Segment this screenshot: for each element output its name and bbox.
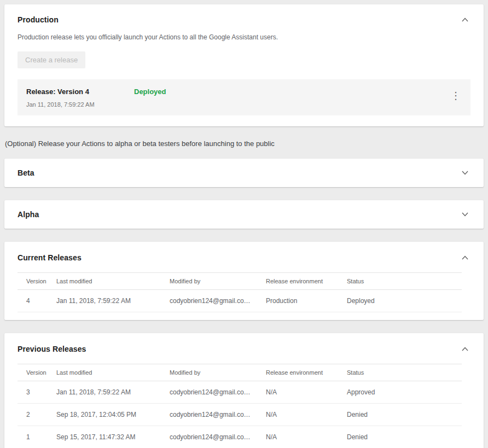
table-row: 3 Jan 11, 2018, 7:59:22 AM codyobrien124… — [18, 381, 462, 404]
beta-title: Beta — [18, 168, 34, 177]
cell-last-modified: Jan 11, 2018, 7:59:22 AM — [56, 381, 170, 404]
column-header-modified-by: Modified by — [170, 364, 266, 381]
column-header-modified-by: Modified by — [170, 273, 266, 290]
column-header-version: Version — [18, 273, 56, 290]
cell-version: 1 — [18, 426, 56, 448]
column-header-release-environment: Release environment — [266, 364, 347, 381]
cell-version: 2 — [18, 404, 56, 426]
column-header-last-modified: Last modified — [56, 364, 170, 381]
current-releases-header[interactable]: Current Releases — [4, 242, 484, 271]
table-row: 4 Jan 11, 2018, 7:59:22 AM codyobrien124… — [18, 290, 462, 312]
cell-release-environment: Production — [266, 290, 347, 312]
cell-version: 4 — [18, 290, 56, 312]
beta-card: Beta — [4, 159, 484, 187]
current-releases-collapse-button[interactable] — [460, 253, 470, 262]
production-description: Production release lets you officially l… — [4, 32, 484, 42]
chevron-down-icon — [462, 212, 468, 217]
chevron-up-icon — [462, 347, 468, 351]
column-header-last-modified: Last modified — [56, 273, 170, 290]
cell-status: Denied — [347, 426, 462, 448]
chevron-up-icon — [462, 255, 468, 260]
release-menu-button[interactable]: ⋮ — [448, 90, 464, 102]
release-title: Release: Version 4 — [26, 88, 134, 96]
kebab-menu-icon: ⋮ — [451, 90, 461, 101]
cell-last-modified: Sep 18, 2017, 12:04:05 PM — [56, 404, 170, 426]
cell-modified-by: codyobrien124@gmail.co… — [170, 381, 266, 404]
production-release-row: Release: Version 4 Deployed Jan 11, 2018… — [18, 79, 470, 115]
alpha-card-header[interactable]: Alpha — [4, 200, 484, 229]
previous-releases-header[interactable]: Previous Releases — [4, 333, 484, 363]
optional-note: (Optional) Release your Actions to alpha… — [4, 139, 484, 148]
column-header-status: Status — [347, 364, 462, 381]
current-releases-table: Version Last modified Modified by Releas… — [18, 272, 462, 312]
production-title: Production — [18, 15, 59, 24]
beta-card-header[interactable]: Beta — [4, 159, 484, 187]
cell-release-environment: N/A — [266, 381, 347, 404]
previous-releases-card: Previous Releases Version Last modified … — [4, 333, 484, 448]
cell-modified-by: codyobrien124@gmail.co… — [170, 404, 266, 426]
cell-version: 3 — [18, 381, 56, 404]
previous-releases-collapse-button[interactable] — [460, 345, 470, 353]
current-releases-title: Current Releases — [18, 253, 82, 262]
column-header-version: Version — [18, 364, 56, 381]
chevron-up-icon — [462, 18, 468, 22]
column-header-release-environment: Release environment — [266, 273, 347, 290]
cell-modified-by: codyobrien124@gmail.co… — [170, 426, 266, 448]
cell-last-modified: Jan 11, 2018, 7:59:22 AM — [56, 290, 170, 312]
column-header-status: Status — [347, 273, 462, 290]
previous-releases-table: Version Last modified Modified by Releas… — [18, 364, 462, 448]
production-card: Production Production release lets you o… — [4, 4, 484, 126]
release-status-badge: Deployed — [134, 88, 166, 96]
previous-releases-title: Previous Releases — [18, 345, 86, 353]
production-collapse-button[interactable] — [460, 15, 470, 24]
release-date: Jan 11, 2018, 7:59:22 AM — [26, 101, 448, 108]
current-releases-card: Current Releases Version Last modified M… — [4, 242, 484, 320]
table-header-row: Version Last modified Modified by Releas… — [18, 273, 462, 290]
table-row: 2 Sep 18, 2017, 12:04:05 PM codyobrien12… — [18, 404, 462, 426]
cell-release-environment: N/A — [266, 404, 347, 426]
cell-status: Deployed — [347, 290, 462, 312]
cell-release-environment: N/A — [266, 426, 347, 448]
release-info: Release: Version 4 Deployed Jan 11, 2018… — [26, 88, 448, 108]
create-release-button[interactable]: Create a release — [18, 51, 85, 68]
chevron-down-icon — [462, 171, 468, 175]
cell-status: Denied — [347, 404, 462, 426]
table-header-row: Version Last modified Modified by Releas… — [18, 364, 462, 381]
alpha-title: Alpha — [18, 210, 39, 219]
alpha-card: Alpha — [4, 200, 484, 229]
alpha-expand-button[interactable] — [460, 210, 470, 219]
cell-status: Approved — [347, 381, 462, 404]
cell-modified-by: codyobrien124@gmail.co… — [170, 290, 266, 312]
table-row: 1 Sep 15, 2017, 11:47:32 AM codyobrien12… — [18, 426, 462, 448]
beta-expand-button[interactable] — [460, 168, 470, 177]
production-card-header[interactable]: Production — [4, 4, 484, 32]
cell-last-modified: Sep 15, 2017, 11:47:32 AM — [56, 426, 170, 448]
